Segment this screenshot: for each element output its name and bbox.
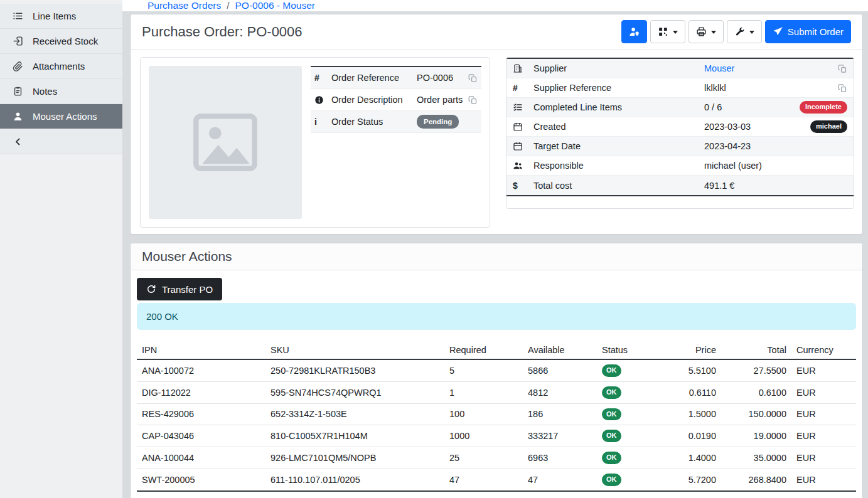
order-info-table: # Order Reference PO-0006 Order Descript… (311, 66, 481, 133)
sidebar-item-notes[interactable]: Notes (0, 79, 122, 104)
cell-total: 0.6100 (721, 381, 791, 403)
order-image-placeholder[interactable] (149, 66, 302, 219)
detail-value: lklklkl (704, 83, 838, 93)
sidebar-item-attachments[interactable]: Attachments (0, 54, 122, 79)
hash-icon: # (314, 73, 331, 83)
copy-icon[interactable] (838, 83, 847, 93)
detail-value: 2023-03-03 (704, 122, 810, 132)
cell-available: 4812 (523, 381, 597, 403)
sidebar-item-mouser-actions[interactable]: Mouser Actions (0, 104, 122, 129)
info-icon: i (314, 117, 331, 127)
cell-currency: EUR (791, 425, 856, 447)
copy-icon[interactable] (468, 95, 478, 105)
sidebar-collapse-button[interactable] (0, 129, 122, 154)
wrench-icon (734, 26, 745, 37)
supplier-link[interactable]: Mouser (704, 63, 734, 73)
table-row: DIG-112022 595-SN74HCS74QPWRQ1 1 4812 OK… (137, 381, 856, 403)
ok-badge: OK (602, 364, 621, 377)
order-panel: Purchase Order: PO-0006 (130, 14, 863, 235)
cell-available: 186 (523, 403, 597, 425)
detail-label: Total cost (533, 181, 704, 191)
cell-total: 150.0000 (721, 403, 791, 425)
copy-icon[interactable] (838, 64, 847, 73)
transfer-po-button[interactable]: Transfer PO (137, 278, 222, 300)
breadcrumb-separator: / (227, 0, 229, 11)
mouser-actions-title: Mouser Actions (142, 249, 851, 264)
ok-badge: OK (602, 474, 621, 486)
hash-icon: # (513, 83, 533, 93)
detail-label: Order Description (331, 95, 417, 105)
sidebar-item-label: Notes (33, 86, 57, 97)
submit-order-button[interactable]: Submit Order (765, 20, 851, 43)
col-header-total: Total (721, 341, 791, 359)
detail-label: Target Date (533, 141, 704, 151)
footer-total-label: Total (137, 491, 721, 498)
col-header-currency: Currency (791, 341, 856, 359)
calendar-icon (513, 122, 533, 132)
col-header-required: Required (444, 341, 523, 359)
detail-value: Pending (417, 115, 478, 129)
order-actions-dropdown[interactable] (727, 20, 762, 43)
col-header-price: Price (653, 341, 721, 359)
table-row: ANA-100072 250-72981KLRATR150B3 5 5866 O… (137, 359, 856, 381)
cell-available: 6963 (523, 447, 597, 469)
line-items-table: IPN SKU Required Available Status Price … (137, 341, 856, 498)
breadcrumb-link-current[interactable]: PO-0006 - Mouser (235, 0, 315, 11)
chevron-down-icon (749, 31, 754, 34)
sidebar-item-label: Attachments (33, 61, 85, 72)
cell-status: OK (597, 447, 653, 469)
list-icon (13, 11, 23, 21)
cell-price: 0.6110 (653, 381, 721, 403)
cell-sku: 652-3314Z-1-503E (265, 403, 444, 425)
breadcrumb-link-purchase-orders[interactable]: Purchase Orders (147, 0, 221, 11)
breadcrumb: Purchase Orders / PO-0006 - Mouser (122, 0, 868, 13)
detail-label: Order Status (331, 117, 417, 127)
detail-value: michael (user) (704, 161, 847, 171)
cell-price: 5.5100 (653, 359, 721, 381)
info-circle-icon (314, 95, 331, 105)
sidebar-item-line-items[interactable]: Line Items (0, 4, 122, 29)
cell-currency: EUR (791, 359, 856, 381)
col-header-available: Available (523, 341, 597, 359)
detail-row-target-date: Target Date 2023-04-23 (506, 137, 854, 156)
table-row: ANA-100044 926-LMC7101QM5/NOPB 25 6963 O… (137, 447, 856, 469)
cell-available: 47 (523, 469, 597, 490)
detail-row-supplier-reference: # Supplier Reference lklklkl (506, 78, 854, 98)
sidebar: Line Items Received Stock Attachments No… (0, 0, 122, 498)
cell-price: 0.0190 (653, 425, 721, 447)
submit-order-label: Submit Order (788, 26, 844, 37)
ok-badge: OK (602, 452, 621, 464)
cell-price: 1.4000 (653, 447, 721, 469)
barcode-actions-dropdown[interactable] (650, 20, 685, 43)
mouser-actions-panel: Mouser Actions Transfer PO 200 OK IPN SK… (130, 243, 863, 498)
status-badge: Pending (417, 115, 459, 129)
note-icon (13, 86, 23, 97)
mouser-actions-body: Transfer PO 200 OK IPN SKU Required Avai… (131, 270, 862, 498)
detail-label: Created (533, 122, 704, 132)
cell-total: 268.8400 (721, 469, 791, 490)
sidebar-item-label: Received Stock (33, 36, 98, 46)
cell-ipn: CAP-043046 (137, 425, 265, 447)
users-icon (513, 161, 533, 171)
cell-currency: EUR (791, 381, 856, 403)
detail-row-order-description: Order Description Order parts (311, 89, 481, 111)
user-actions-button[interactable] (621, 20, 647, 43)
detail-row-supplier: Supplier Mouser (506, 59, 854, 78)
table-row: CAP-043046 810-C1005X7R1H104M 1000 33321… (137, 425, 856, 447)
incomplete-badge: Incomplete (800, 101, 847, 114)
detail-row-order-reference: # Order Reference PO-0006 (311, 67, 481, 89)
cell-status: OK (597, 381, 653, 403)
cell-currency: EUR (791, 447, 856, 469)
cell-total: 19.0000 (721, 425, 791, 447)
cell-ipn: RES-429006 (137, 403, 265, 425)
detail-value: 0 / 6 (704, 102, 800, 112)
print-actions-dropdown[interactable] (689, 20, 724, 43)
calendar-icon (513, 141, 533, 151)
cell-available: 333217 (523, 425, 597, 447)
col-header-status: Status (597, 341, 653, 359)
page-title: Purchase Order: PO-0006 (142, 24, 303, 40)
order-attributes-table: Supplier Mouser # Supplier Reference lkl… (506, 58, 854, 196)
copy-icon[interactable] (468, 73, 478, 83)
detail-label: Supplier (533, 63, 704, 73)
sidebar-item-received-stock[interactable]: Received Stock (0, 29, 122, 54)
